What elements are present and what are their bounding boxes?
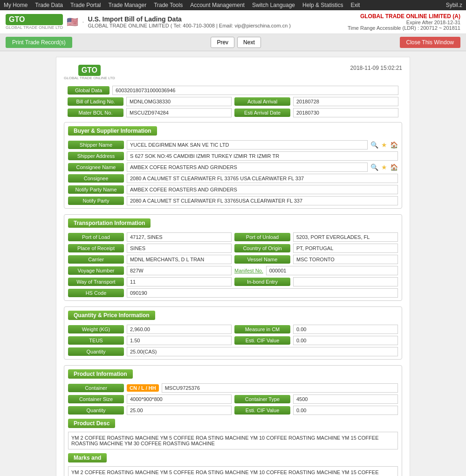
notify-party-name-value: AMBEX COFEE ROASTERS AND GRINDERS (127, 185, 398, 194)
in-bond-entry-value (293, 277, 398, 286)
product-cif-col: Esti. CIF Value 0.00 (234, 406, 398, 415)
weight-col: Weight (KG) 2,960.00 (68, 325, 232, 334)
logo-sub: GLOBAL TRADE ONLINE LTD (6, 25, 63, 30)
hs-code-value: 090190 (127, 288, 398, 298)
port-of-load-label: Port of Load (68, 233, 124, 241)
notify-party-label: Notify Party (68, 197, 124, 205)
measure-label: Measure in CM (234, 325, 290, 333)
print-button-top[interactable]: Print Trade Record(s) (6, 37, 72, 48)
transport-inbond-row: Way of Transport 11 In-bond Entry (68, 277, 398, 286)
mater-bol-row: Mater BOL No. MSCUZD974284 Esti Arrival … (68, 108, 398, 117)
consignee-label: Consignee (68, 174, 124, 183)
vessel-name-value: MSC TORONTO (293, 255, 398, 264)
nav-account-management[interactable]: Account Management (190, 2, 245, 8)
product-esti-cif-value: 0.00 (293, 406, 398, 415)
nav-trade-tools[interactable]: Trade Tools (154, 2, 183, 8)
country-of-origin-value: PT, PORTUGAL (293, 244, 398, 253)
buyer-supplier-title: Buyer & Supplier Information (68, 126, 157, 136)
place-receipt-col: Place of Receipt SINES (68, 244, 232, 253)
teus-cif-row: TEUS 1.50 Esti. CIF Value 0.00 (68, 336, 398, 345)
star-icon-shipper[interactable]: ★ (381, 141, 387, 149)
quantity-label: Quantity (68, 347, 124, 356)
container-size-type-row: Container Size 4000*900*800 Container Ty… (68, 394, 398, 404)
hs-code-row: HS Code 090190 (68, 288, 398, 298)
esti-cif-value-label: Esti. CIF Value (234, 336, 290, 345)
port-of-unload-label: Port of Unload (234, 233, 290, 241)
container-size-col: Container Size 4000*900*800 (68, 394, 232, 404)
receipt-origin-row: Place of Receipt SINES Country of Origin… (68, 244, 398, 253)
nav-my-home[interactable]: My Home (4, 2, 27, 8)
container-size-label: Container Size (68, 395, 124, 403)
place-of-receipt-value: SINES (127, 244, 232, 253)
in-bond-entry-label: In-bond Entry (234, 278, 290, 286)
measure-value: 0.00 (293, 325, 398, 334)
time-range-info: Time Range Accessible (LDR) : 200712 ~ 2… (348, 25, 460, 31)
nav-trade-data[interactable]: Trade Data (35, 2, 63, 8)
marks-label: Marks and (68, 453, 107, 462)
bol-label: Bill of Lading No. (68, 97, 123, 106)
home-icon-consignee[interactable]: 🏠 (390, 163, 398, 171)
quantity-price-title: Quantity & Price Information (68, 311, 155, 320)
search-icon-shipper[interactable]: 🔍 (370, 141, 378, 149)
way-of-transport-value: 11 (127, 277, 232, 286)
actual-arrival-col: Actual Arrival 20180728 (234, 97, 398, 106)
nav-switch-language[interactable]: Switch Language (252, 2, 295, 8)
shipper-address-row: Shipper Address S 627 SOK NO:45 CAMDIBI … (68, 151, 398, 161)
consignee-row: Consignee 2080 A CALUMET ST CLEARWATER F… (68, 174, 398, 183)
teus-label: TEUS (68, 336, 124, 345)
prev-button-top[interactable]: Prev (211, 37, 234, 48)
port-load-unload-row: Port of Load 47127, SINES Port of Unload… (68, 232, 398, 242)
next-button-top[interactable]: Next (237, 37, 261, 48)
country-origin-col: Country of Origin PT, PORTUGAL (234, 244, 398, 253)
notify-party-value: 2080 A CALUMET ST CLEARWATER FL 33765USA… (127, 196, 398, 205)
measure-col: Measure in CM 0.00 (234, 325, 398, 334)
manifest-no-value: 000001 (266, 266, 398, 275)
mater-bol-label: Mater BOL No. (68, 109, 123, 117)
record-header: GTO GLOBAL TRADE ONLINE LTD 2018-11-09 1… (64, 65, 402, 80)
close-button-top[interactable]: Close This Window (400, 37, 460, 48)
product-quantity-label: Quantity (68, 406, 124, 415)
place-of-receipt-label: Place of Receipt (68, 244, 124, 252)
vessel-name-label: Vessel Name (234, 255, 290, 264)
record-datetime: 2018-11-09 15:02:21 (350, 65, 402, 71)
nav-items: My Home Trade Data Trade Portal Trade Ma… (4, 2, 360, 8)
manifest-no-label[interactable]: Manifest No. (234, 268, 263, 273)
container-type-col: Container Type 4500 (234, 394, 398, 404)
company-name: GLOBAL TRADE ONLINE LIMITED (A) (348, 13, 460, 20)
consignee-value: 2080 A CALUMET ST CLEARWATER FL 33765 US… (127, 174, 398, 183)
esti-arrival-col: Esti Arrival Date 20180730 (234, 108, 398, 117)
global-data-label: Global Data (68, 86, 110, 95)
main-content: GTO GLOBAL TRADE ONLINE LTD 2018-11-09 1… (56, 57, 410, 476)
quantity-value: 25.00(CAS) (127, 347, 398, 356)
mater-bol-value: MSCUZD974284 (126, 108, 232, 117)
teus-value: 1.50 (127, 336, 232, 345)
transportation-title: Transportation Information (68, 218, 151, 228)
nav-help-statistics[interactable]: Help & Statistics (302, 2, 343, 8)
port-load-col: Port of Load 47127, SINES (68, 232, 232, 242)
nav-trade-manager[interactable]: Trade Manager (109, 2, 147, 8)
logo: GTO GLOBAL TRADE ONLINE LTD (6, 14, 63, 30)
search-icon-consignee[interactable]: 🔍 (370, 163, 378, 171)
notify-party-name-row: Notify Party Name AMBEX COFEE ROASTERS A… (68, 185, 398, 194)
product-quantity-cif-row: Quantity 25.00 Esti. CIF Value 0.00 (68, 406, 398, 415)
esti-cif-value-value: 0.00 (293, 336, 398, 345)
nav-trade-portal[interactable]: Trade Portal (70, 2, 101, 8)
page-title: U.S. Import Bill of Lading Data (88, 15, 291, 23)
container-type-value: 4500 (293, 394, 398, 404)
container-type-label: Container Type (234, 395, 290, 403)
esti-arrival-value: 20180730 (293, 108, 398, 117)
port-of-unload-value: 5203, PORT EVERGLADES, FL (293, 232, 398, 242)
shipper-address-value: S 627 SOK NO:45 CAMDIBI IZMIR TURKEY IZM… (127, 151, 398, 161)
container-tag: CN / L / HH (127, 384, 159, 392)
bol-value: MDNLOMG38330 (126, 97, 232, 106)
teus-col: TEUS 1.50 (68, 336, 232, 345)
nav-exit[interactable]: Exit (350, 2, 360, 8)
star-icon-consignee[interactable]: ★ (381, 163, 387, 171)
nav-buttons-top: Prev Next (211, 37, 260, 48)
home-icon-shipper[interactable]: 🏠 (390, 141, 398, 149)
product-title: Product Information (68, 369, 133, 379)
vessel-name-col: Vessel Name MSC TORONTO (234, 255, 398, 264)
record-logo-sub: GLOBAL TRADE ONLINE LTD (64, 76, 115, 80)
weight-measure-row: Weight (KG) 2,960.00 Measure in CM 0.00 (68, 325, 398, 334)
port-of-load-value: 47127, SINES (127, 232, 232, 242)
